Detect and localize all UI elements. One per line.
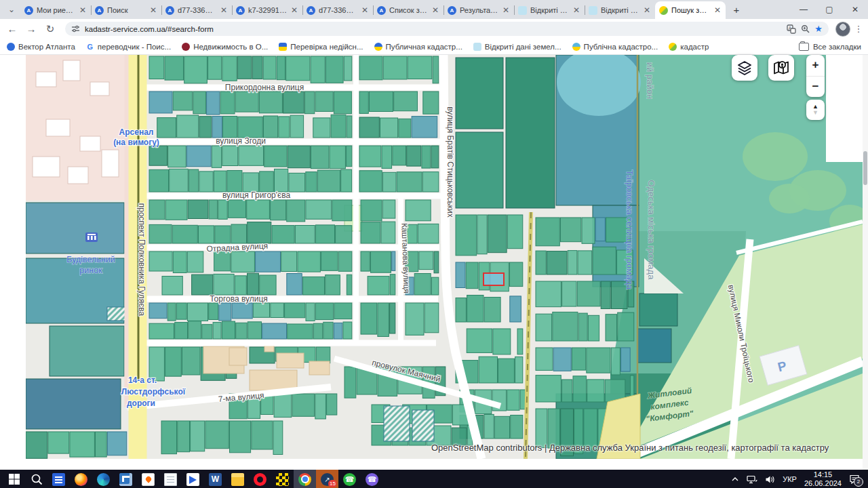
forward-icon[interactable]: → xyxy=(23,21,39,37)
tray-chevron-icon[interactable] xyxy=(731,476,739,483)
viber-taskbar-icon[interactable] xyxy=(361,470,383,488)
date: 26.06.2024 xyxy=(804,479,842,488)
save-taskbar-icon[interactable] xyxy=(47,470,70,488)
viber-icon xyxy=(366,473,378,486)
zoom-out-button[interactable]: − xyxy=(806,77,825,98)
browser-tab[interactable]: Пошук земельн✕ xyxy=(655,1,726,19)
chrome-taskbar-icon[interactable] xyxy=(294,470,316,488)
page-scrollbar[interactable] xyxy=(863,55,868,470)
crm-taskbar-icon[interactable]: 15 xyxy=(316,470,338,488)
bookmark-item[interactable]: кадастр xyxy=(669,43,709,51)
kadastr-icon xyxy=(659,6,668,15)
crm-icon: А xyxy=(236,6,245,15)
browser-tab[interactable]: Відкриті дані зем✕ xyxy=(585,1,655,19)
search-taskbar-icon[interactable] xyxy=(25,470,47,488)
network-icon[interactable] xyxy=(747,475,757,484)
browser-tab[interactable]: Аk7-329916-35✕ xyxy=(232,1,302,19)
browser-tab[interactable]: АРезультаты поис✕ xyxy=(443,1,514,19)
tab-close-icon[interactable]: ✕ xyxy=(290,5,298,15)
scrollbar-thumb[interactable] xyxy=(863,151,867,185)
bookmark-item[interactable]: Публічна кадастро... xyxy=(572,43,658,51)
all-bookmarks-button[interactable]: Все закладки xyxy=(799,43,861,51)
tab-title: d77-336631-73 xyxy=(178,6,216,14)
tab-close-icon[interactable]: ✕ xyxy=(643,5,651,15)
explorer-taskbar-icon[interactable] xyxy=(226,470,249,488)
pan-arrows-control[interactable]: ▲ ▼ xyxy=(806,100,825,120)
tab-close-icon[interactable]: ✕ xyxy=(572,5,580,15)
bookmarks-bar: Вектор АтлантаGпереводчик - Поис...Недви… xyxy=(0,39,868,55)
tab-close-icon[interactable]: ✕ xyxy=(431,5,439,15)
maps-taskbar-icon[interactable] xyxy=(137,470,159,488)
bookmark-label: переводчик - Поис... xyxy=(98,43,171,51)
edge-taskbar-icon[interactable] xyxy=(92,470,115,488)
browser-tab[interactable]: АПоиск✕ xyxy=(91,1,161,19)
arrow-down-icon[interactable]: ▼ xyxy=(812,110,818,116)
crm-icon: А xyxy=(24,6,33,15)
bookmark-item[interactable]: Gпереводчик - Поис... xyxy=(86,43,171,51)
tab-close-icon[interactable]: ✕ xyxy=(713,5,722,15)
address-bar[interactable]: kadastr-service.com.ua/#search-form A ★ xyxy=(65,22,829,36)
zoom-page-icon[interactable] xyxy=(801,24,810,33)
back-icon[interactable]: ← xyxy=(4,21,20,37)
map-canvas[interactable]: Прикордонна вулицявулиця Згодивулиця Гри… xyxy=(26,55,863,459)
selected-parcel-highlight[interactable] xyxy=(484,273,504,285)
map-svg[interactable]: Прикордонна вулицявулиця Згодивулиця Гри… xyxy=(26,55,863,459)
whatsapp-taskbar-icon[interactable] xyxy=(338,470,361,488)
browser-tab[interactable]: Аd77-336631-73✕ xyxy=(161,1,232,19)
notepad-taskbar-icon[interactable] xyxy=(159,470,182,488)
layers-icon xyxy=(736,60,753,76)
tab-close-icon[interactable]: ✕ xyxy=(361,5,369,15)
volume-icon[interactable] xyxy=(765,475,775,484)
time: 14:15 xyxy=(804,470,842,479)
notification-center-icon[interactable]: 2 xyxy=(849,474,860,484)
tab-title: Результаты поис xyxy=(460,6,498,14)
menu-kebab-icon[interactable]: ⋮ xyxy=(853,24,864,34)
bookmark-star-icon[interactable]: ★ xyxy=(814,24,823,34)
url-text[interactable]: kadastr-service.com.ua/#search-form xyxy=(85,25,782,33)
calculator-icon xyxy=(119,473,132,486)
bookmark-item[interactable]: Вектор Атланта xyxy=(7,43,75,51)
kadastr-bookmark-icon xyxy=(669,43,677,51)
browser-tab[interactable]: Відкриті дані зем✕ xyxy=(514,1,585,19)
maps-icon xyxy=(142,473,155,486)
close-button[interactable]: ✕ xyxy=(842,0,868,19)
map-pin-icon xyxy=(773,60,789,76)
browser-tab[interactable]: Аd77-336121-1✕ xyxy=(302,1,373,19)
new-tab-button[interactable]: + xyxy=(728,1,745,18)
reload-icon[interactable]: ↻ xyxy=(42,21,58,37)
tab-search-chevron-icon[interactable]: ⌄ xyxy=(3,1,20,18)
restore-button[interactable]: ▢ xyxy=(816,0,842,19)
checkers-taskbar-icon[interactable] xyxy=(271,470,294,488)
tab-close-icon[interactable]: ✕ xyxy=(79,5,87,15)
map-label: вулиця Братів Стицьковських xyxy=(446,106,455,218)
firefox-taskbar-icon[interactable] xyxy=(70,470,92,488)
opera-taskbar-icon[interactable] xyxy=(249,470,271,488)
layers-button[interactable] xyxy=(732,55,757,81)
bookmark-item[interactable]: Відкриті дані земел... xyxy=(473,43,561,51)
language-indicator[interactable]: УКР xyxy=(783,475,797,483)
site-settings-icon[interactable] xyxy=(71,24,80,33)
word-taskbar-icon[interactable] xyxy=(204,470,226,488)
map-view-button[interactable] xyxy=(768,55,794,81)
calculator-taskbar-icon[interactable] xyxy=(115,470,137,488)
bookmark-item[interactable]: Недвижимость в О... xyxy=(182,43,268,51)
explorer-icon xyxy=(231,473,244,486)
browser-tab[interactable]: АСписок звонков✕ xyxy=(373,1,443,19)
browser-tab[interactable]: АМои риелтора✕ xyxy=(20,1,91,19)
translate-icon[interactable]: A xyxy=(787,24,796,34)
map-label: вулиця Григор'єва xyxy=(222,190,291,200)
tab-close-icon[interactable]: ✕ xyxy=(220,5,228,15)
bookmark-item[interactable]: Перевірка недійсн... xyxy=(279,43,363,51)
zoom-in-button[interactable]: + xyxy=(806,55,825,77)
clock[interactable]: 14:15 26.06.2024 xyxy=(804,470,842,488)
map-label: Одеська міська громада xyxy=(646,180,656,281)
minimize-button[interactable]: — xyxy=(791,0,816,19)
tab-close-icon[interactable]: ✕ xyxy=(502,5,510,15)
mail-taskbar-icon[interactable] xyxy=(182,470,204,488)
bookmark-item[interactable]: Публичная кадастр... xyxy=(374,43,462,51)
profile-avatar[interactable] xyxy=(835,22,850,37)
opera-icon xyxy=(254,473,267,486)
start-taskbar-icon[interactable] xyxy=(3,470,25,488)
tab-close-icon[interactable]: ✕ xyxy=(149,5,157,15)
bookmark-label: Перевірка недійсн... xyxy=(290,43,363,51)
